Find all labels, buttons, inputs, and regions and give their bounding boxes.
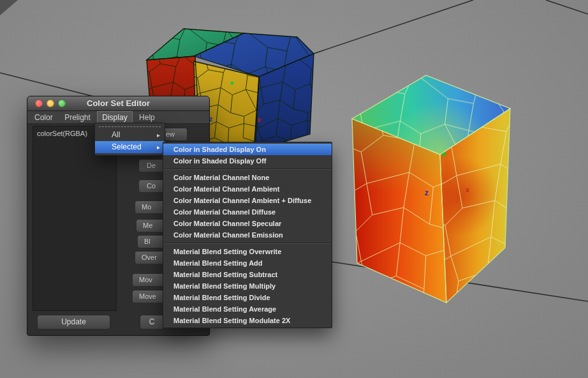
display-menu-item-selected[interactable]: Selected ▸ [95,141,165,153]
maya-viewport[interactable]: z x [0,0,588,378]
menu-tearoff-handle[interactable] [99,126,161,127]
menu-prelight[interactable]: Prelight [60,112,95,124]
menu-item-blend-average[interactable]: Material Blend Setting Average [163,303,332,315]
axis-z-label: z [425,188,429,197]
right-cube[interactable]: z x [342,65,588,311]
close-button-partial[interactable]: C [140,315,164,329]
menu-item-channel-specular[interactable]: Color Material Channel Specular [163,218,332,229]
submenu-arrow-icon: ▸ [157,129,160,141]
menu-item-color-shaded-display-off[interactable]: Color in Shaded Display Off [163,155,332,167]
menu-item-blend-multiply[interactable]: Material Blend Setting Multiply [163,280,332,292]
menu-item-channel-diffuse[interactable]: Color Material Channel Diffuse [163,206,332,218]
display-menu-item-all[interactable]: All ▸ [95,129,165,141]
menu-item-blend-modulate-2x[interactable]: Material Blend Setting Modulate 2X [163,315,332,326]
viewport-corner-shade [0,0,18,15]
menu-item-channel-none[interactable]: Color Material Channel None [163,172,332,183]
grid-line [546,0,588,14]
vertex-marker-green [442,153,446,156]
window-titlebar[interactable]: Color Set Editor [27,96,209,111]
menu-item-label: Selected [112,142,142,151]
menu-item-blend-subtract[interactable]: Material Blend Setting Subtract [163,269,332,280]
submenu-arrow-icon: ▸ [157,141,160,153]
menu-item-color-shaded-display-on[interactable]: Color in Shaded Display On [163,144,332,155]
menu-item-blend-divide[interactable]: Material Blend Setting Divide [163,292,332,303]
menu-item-blend-overwrite[interactable]: Material Blend Setting Overwrite [163,246,332,257]
update-button[interactable]: Update [37,315,110,329]
menu-item-channel-emission[interactable]: Color Material Channel Emission [163,229,332,241]
menu-separator [164,169,331,170]
vertex-marker-green [230,81,233,84]
display-menu: All ▸ Selected ▸ [94,123,165,156]
menu-item-blend-add[interactable]: Material Blend Setting Add [163,257,332,269]
axis-x-marker: x [258,116,261,123]
selected-submenu: Color in Shaded Display On Color in Shad… [163,142,332,328]
axis-x-marker: x [466,186,470,193]
menu-item-channel-ambient-diffuse[interactable]: Color Material Channel Ambient + Diffuse [163,195,332,206]
window-menubar: Color Prelight Display Help [27,111,209,124]
menu-separator [164,243,331,244]
new-button-partial[interactable]: ew [165,128,187,141]
menu-color[interactable]: Color [30,112,57,124]
window-title: Color Set Editor [27,96,209,110]
menu-item-channel-ambient[interactable]: Color Material Channel Ambient [163,183,332,195]
menu-item-label: All [112,130,120,139]
